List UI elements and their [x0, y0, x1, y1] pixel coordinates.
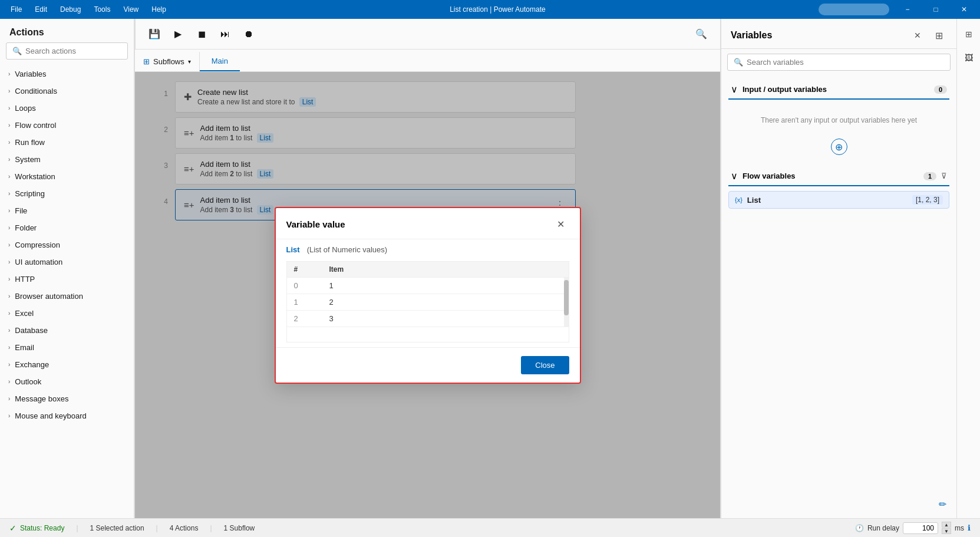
sidebar-item-label: Compression	[15, 241, 60, 249]
sidebar-item-loops[interactable]: › Loops	[0, 100, 134, 117]
run-button[interactable]: ▶	[169, 25, 187, 44]
sidebar-item-mouse-keyboard[interactable]: › Mouse and keyboard	[0, 407, 134, 424]
chevron-right-icon: ›	[8, 122, 10, 129]
run-delay-unit: ms	[955, 524, 964, 532]
io-section-count: 0	[934, 85, 947, 94]
menu-tools[interactable]: Tools	[88, 3, 116, 16]
variables-header-icons: ✕ ⊞	[909, 27, 947, 44]
modal-var-type: (List of Numeric values)	[307, 245, 388, 254]
sidebar-item-http[interactable]: › HTTP	[0, 271, 134, 288]
chevron-right-icon: ›	[8, 190, 10, 197]
search-variables-box[interactable]: 🔍	[727, 54, 951, 71]
status-divider: |	[156, 524, 158, 532]
table-row: 0 1	[287, 278, 569, 294]
sidebar-item-label: HTTP	[15, 275, 35, 284]
sidebar-item-browser-automation[interactable]: › Browser automation	[0, 288, 134, 305]
sidebar-item-label: Flow control	[15, 121, 56, 130]
tab-main[interactable]: Main	[200, 52, 240, 71]
chevron-down-icon: ∨	[731, 170, 738, 182]
sidebar-item-message-boxes[interactable]: › Message boxes	[0, 390, 134, 407]
menu-help[interactable]: Help	[146, 3, 172, 16]
table-row: 1 2	[287, 294, 569, 311]
status-divider: |	[210, 524, 212, 532]
variables-icon-button[interactable]: ⊞	[930, 27, 947, 44]
window-controls[interactable]: − □ ✕	[894, 0, 980, 19]
search-icon: 🔍	[12, 47, 22, 55]
sidebar-item-database[interactable]: › Database	[0, 322, 134, 339]
sidebar-item-label: Workstation	[15, 172, 55, 181]
sidebar-item-exchange[interactable]: › Exchange	[0, 356, 134, 373]
sidebar-item-flow-control[interactable]: › Flow control	[0, 117, 134, 134]
app-body: Actions 🔍 › Variables › Conditionals › L…	[0, 19, 980, 518]
save-button[interactable]: 💾	[145, 25, 164, 44]
col-hash-header: #	[294, 265, 329, 274]
sidebar-item-email[interactable]: › Email	[0, 339, 134, 356]
flow-section-count: 1	[923, 172, 936, 180]
modal-close-button[interactable]: ✕	[553, 216, 569, 233]
subflows-label: Subflows	[153, 57, 184, 66]
close-window-button[interactable]: ✕	[951, 0, 978, 19]
scrollbar-thumb	[564, 280, 569, 315]
col-item-header: Item	[329, 265, 562, 274]
sidebar-item-variables[interactable]: › Variables	[0, 65, 134, 83]
chevron-right-icon: ›	[8, 173, 10, 180]
subflows-button[interactable]: ⊞ Subflows ▾	[135, 52, 200, 71]
chevron-right-icon: ›	[8, 413, 10, 419]
right-panel-icon-1[interactable]: ⊞	[959, 25, 978, 44]
search-actions-box[interactable]: 🔍	[6, 42, 128, 60]
sidebar-item-workstation[interactable]: › Workstation	[0, 168, 134, 185]
chevron-right-icon: ›	[8, 156, 10, 163]
maximize-button[interactable]: □	[922, 0, 949, 19]
spin-up-button[interactable]: ▲	[942, 522, 951, 528]
sidebar-item-label: Variables	[15, 70, 46, 78]
subflow-count: 1 Subflow	[224, 524, 255, 532]
chevron-right-icon: ›	[8, 327, 10, 334]
chevron-right-icon: ›	[8, 225, 10, 231]
run-delay-spinners: ▲ ▼	[942, 522, 951, 534]
menu-bar[interactable]: File Edit Debug Tools View Help	[0, 3, 177, 16]
menu-edit[interactable]: Edit	[29, 3, 53, 16]
variables-close-button[interactable]: ✕	[909, 27, 926, 44]
sidebar-item-label: Database	[15, 326, 48, 335]
add-io-variable-button[interactable]: ⊕	[831, 139, 847, 155]
sidebar-item-label: Conditionals	[15, 87, 57, 95]
chevron-right-icon: ›	[8, 105, 10, 111]
eraser-icon[interactable]: ✏	[934, 496, 951, 512]
menu-debug[interactable]: Debug	[54, 3, 87, 16]
right-panel-icon-2[interactable]: 🖼	[959, 48, 978, 67]
search-variables-input[interactable]	[747, 58, 944, 67]
actions-sidebar: Actions 🔍 › Variables › Conditionals › L…	[0, 19, 134, 518]
search-actions-input[interactable]	[25, 47, 121, 55]
sidebar-item-scripting[interactable]: › Scripting	[0, 185, 134, 202]
run-delay-input[interactable]	[903, 522, 938, 534]
sidebar-item-system[interactable]: › System	[0, 151, 134, 168]
io-section-header[interactable]: ∨ Input / output variables 0	[728, 80, 949, 100]
sidebar-item-run-flow[interactable]: › Run flow	[0, 134, 134, 151]
menu-file[interactable]: File	[5, 3, 28, 16]
record-button[interactable]: ⏺	[239, 25, 258, 44]
info-icon[interactable]: ℹ	[968, 523, 971, 532]
next-step-button[interactable]: ⏭	[216, 25, 235, 44]
sidebar-item-excel[interactable]: › Excel	[0, 305, 134, 322]
sidebar-item-outlook[interactable]: › Outlook	[0, 373, 134, 390]
sidebar-item-label: System	[15, 155, 40, 164]
io-section-title: Input / output variables	[743, 85, 929, 94]
spin-down-button[interactable]: ▼	[942, 528, 951, 534]
sidebar-item-compression[interactable]: › Compression	[0, 236, 134, 253]
sidebar-item-ui-automation[interactable]: › UI automation	[0, 253, 134, 271]
sidebar-item-folder[interactable]: › Folder	[0, 219, 134, 236]
filter-icon[interactable]: ⊽	[941, 172, 947, 180]
flow-search-button[interactable]: 🔍	[692, 25, 711, 44]
modal-close-primary-button[interactable]: Close	[521, 356, 569, 374]
chevron-right-icon: ›	[8, 71, 10, 77]
var-name: List	[747, 196, 761, 205]
menu-view[interactable]: View	[117, 3, 144, 16]
flow-section-header[interactable]: ∨ Flow variables 1 ⊽	[728, 167, 949, 186]
stop-button[interactable]: ◼	[192, 25, 211, 44]
minimize-button[interactable]: −	[894, 0, 921, 19]
modal-scrollbar[interactable]	[564, 278, 569, 327]
sidebar-item-conditionals[interactable]: › Conditionals	[0, 83, 134, 100]
sidebar-item-file[interactable]: › File	[0, 202, 134, 219]
var-list-item[interactable]: {x} List [1, 2, 3]	[728, 191, 949, 209]
selected-action-count: 1 Selected action	[90, 524, 144, 532]
